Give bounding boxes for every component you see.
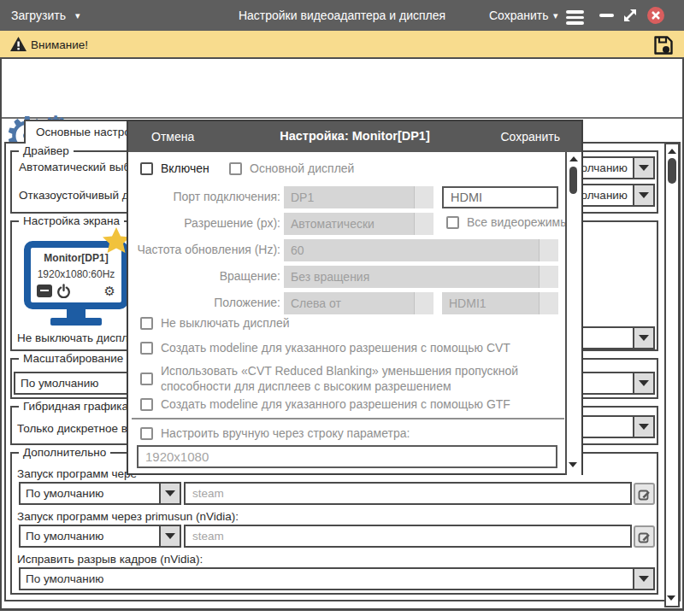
minimize-icon[interactable] <box>599 14 614 17</box>
dropdown-arrow-icon[interactable] <box>633 567 655 590</box>
monitor-settings-dialog: Отмена Настройка: Monitor[DP1] Сохранить… <box>127 120 583 475</box>
run1-mode-value: По умолчанию <box>19 482 159 505</box>
manual-checkbox[interactable] <box>140 427 153 440</box>
failsafe-driver-label: Отказоустойчивый др <box>19 189 135 202</box>
cvt-rb-checkbox-row[interactable]: Использовать «CVT Reduced Blanking» умен… <box>140 363 552 394</box>
scrollbar-thumb[interactable] <box>569 167 577 194</box>
gtf-checkbox[interactable] <box>140 398 153 411</box>
manual-checkbox-row[interactable]: Настроить вручную через строку параметра… <box>140 426 410 440</box>
position-value: Слева от <box>291 296 341 310</box>
dialog-save-button[interactable]: Сохранить <box>500 130 560 144</box>
save-menu-button[interactable]: Сохранить <box>489 9 549 22</box>
port-custom-input[interactable] <box>442 186 558 208</box>
rotation-label: Вращение: <box>137 269 280 283</box>
hamburger-menu-icon[interactable] <box>566 8 584 27</box>
monitor-icon[interactable]: Monitor[DP1] 1920x1080:60Hz ⚙ <box>17 222 137 329</box>
close-icon[interactable] <box>647 7 664 24</box>
all-modes-label: Все видеорежимы <box>467 215 569 229</box>
dropdown-arrow-icon[interactable] <box>633 415 655 438</box>
manual-label: Настроить вручную через строку параметра… <box>161 426 410 440</box>
all-modes-checkbox-row[interactable]: Все видеорежимы <box>446 215 569 229</box>
driver-legend: Драйвер <box>19 144 74 157</box>
cvt-checkbox-row[interactable]: Создать modeline для указанного разрешен… <box>140 341 510 355</box>
auto-driver-label: Автоматический выб <box>19 161 130 173</box>
run1-mode-select[interactable]: По умолчанию <box>19 482 181 505</box>
run2-mode-select[interactable]: По умолчанию <box>19 525 181 548</box>
scroll-down-icon[interactable] <box>569 462 577 467</box>
hybrid-mode-label: Только дискретное ви <box>17 422 133 435</box>
port-label: Порт подключения: <box>137 190 280 203</box>
gtf-check-label: Создать modeline для указанного разрешен… <box>161 397 510 411</box>
dropdown-arrow-icon[interactable] <box>633 156 655 179</box>
manual-mode-input[interactable] <box>137 445 557 468</box>
enabled-label: Включен <box>161 161 209 175</box>
edit-icon[interactable] <box>634 483 655 505</box>
dropdown-arrow-icon[interactable] <box>159 525 181 548</box>
scrollbar-thumb[interactable] <box>668 158 676 184</box>
dropdown-arrow-icon[interactable] <box>159 482 181 505</box>
keep-on-checkbox[interactable] <box>140 317 153 330</box>
position-target-value: HDMI1 <box>449 296 486 310</box>
rotation-select-disabled: Без вращения <box>284 266 558 288</box>
resolution-value: Автоматически <box>291 217 374 231</box>
run1-command-input[interactable] <box>184 482 632 505</box>
save-file-icon[interactable] <box>652 34 675 56</box>
position-label: Положение: <box>137 296 280 309</box>
run1-label: Запуск программ чере <box>17 467 137 480</box>
cvt-check-label: Создать modeline для указанного разрешен… <box>161 341 510 355</box>
gtf-checkbox-row[interactable]: Создать modeline для указанного разрешен… <box>140 397 510 411</box>
dialog-scrollbar[interactable] <box>565 152 581 475</box>
enabled-checkbox-row[interactable]: Включен <box>140 161 209 175</box>
primary-label: Основной дисплей <box>250 161 354 175</box>
main-scrollbar[interactable] <box>664 143 680 607</box>
titlebar: Загрузить ▾ Настройки видеоадаптера и ди… <box>0 0 684 31</box>
rotation-value: Без вращения <box>291 270 369 284</box>
edit-icon[interactable] <box>634 525 655 548</box>
dropdown-arrow-icon[interactable] <box>633 326 655 349</box>
cvt-rb-checkbox[interactable] <box>140 373 153 385</box>
dialog-header: Отмена Настройка: Monitor[DP1] Сохранить <box>128 121 581 152</box>
divider <box>132 418 564 419</box>
keep-display-on-label: Не выключать диспле <box>17 331 135 344</box>
power-icon[interactable] <box>56 284 71 298</box>
app-header: ⚙ ⚙ ⚙ Видеоадаптер и дисплей Настройка в… <box>0 59 684 119</box>
monitor-mode: 1920x1080:60Hz <box>31 268 121 280</box>
tearing-label: Исправить разрыв кадров (nVidia): <box>17 553 203 566</box>
tearing-select[interactable]: По умолчанию <box>19 567 655 590</box>
refresh-label: Частота обновления (Hz): <box>137 243 280 256</box>
cvt-checkbox[interactable] <box>140 342 153 355</box>
scroll-up-icon[interactable] <box>569 156 578 161</box>
scroll-up-icon[interactable] <box>668 149 676 154</box>
keep-on-checkbox-row[interactable]: Не выключать дисплей <box>140 316 290 330</box>
dropdown-arrow-icon[interactable] <box>633 372 655 395</box>
position-select-disabled: Слева от <box>284 292 433 314</box>
run2-label: Запуск программ через primusun (nVidia): <box>17 510 239 523</box>
dropdown-arrow-icon[interactable] <box>633 184 655 207</box>
warning-icon <box>9 36 27 53</box>
monitor-base <box>50 318 102 326</box>
all-modes-checkbox[interactable] <box>446 216 459 229</box>
resolution-label: Разрешение (px): <box>137 216 280 230</box>
tearing-value: По умолчанию <box>19 567 633 590</box>
run2-command-input[interactable] <box>184 525 632 548</box>
enabled-checkbox[interactable] <box>140 162 153 175</box>
resolution-select-disabled: Автоматически <box>284 213 433 235</box>
position-target-disabled: HDMI1 <box>442 292 558 314</box>
expand-icon[interactable] <box>622 7 639 24</box>
scroll-down-icon[interactable] <box>667 595 675 601</box>
refresh-select-disabled: 60 <box>284 239 558 261</box>
caret-down-icon: ▾ <box>553 10 558 21</box>
primary-checkbox[interactable] <box>229 162 242 175</box>
keep-on-check-label: Не выключать дисплей <box>161 316 290 330</box>
gear-icon[interactable]: ⚙ <box>104 285 115 297</box>
extra-legend: Дополнительно <box>19 446 110 459</box>
run2-mode-value: По умолчанию <box>19 525 159 548</box>
warning-bar: Внимание! <box>0 31 684 59</box>
primary-checkbox-row[interactable]: Основной дисплей <box>229 161 354 175</box>
display-off-icon[interactable] <box>37 285 52 297</box>
port-value: DP1 <box>291 191 314 204</box>
scaling-legend: Масштабирование в <box>19 352 137 365</box>
hybrid-legend: Гибридная графика <box>19 400 133 413</box>
port-select-disabled: DP1 <box>284 186 433 208</box>
warning-text: Внимание! <box>31 38 88 51</box>
